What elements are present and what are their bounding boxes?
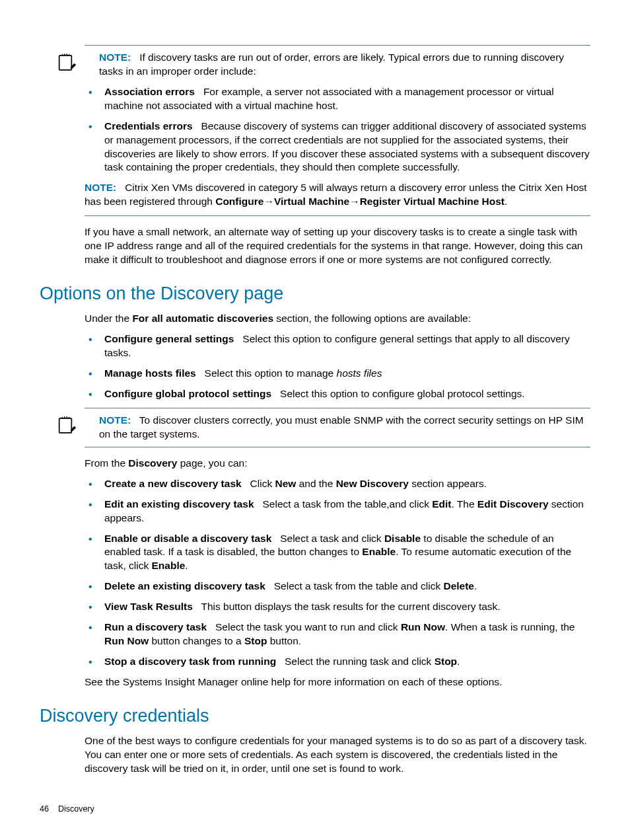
from-discovery: From the Discovery page, you can: xyxy=(85,457,590,471)
list-item: Association errors For example, a server… xyxy=(85,85,590,113)
note-block-cluster: NOTE: To discover clusters correctly, yo… xyxy=(40,414,590,441)
svg-rect-1 xyxy=(59,418,72,433)
note-top-text: If discovery tasks are run out of order,… xyxy=(99,52,564,77)
note-block-top: NOTE: If discovery tasks are run out of … xyxy=(40,51,590,79)
list-item: Delete an existing discovery task Select… xyxy=(85,580,590,593)
heading-credentials: Discovery credentials xyxy=(40,704,590,728)
list-item: Credentials errors Because discovery of … xyxy=(85,120,590,175)
list-item: View Task Results This button displays t… xyxy=(85,600,590,614)
list-item: Stop a discovery task from running Selec… xyxy=(85,655,590,669)
small-network-para: If you have a small network, an alternat… xyxy=(85,225,590,267)
actions-list: Create a new discovery task Click New an… xyxy=(85,477,590,669)
creds-para: One of the best ways to configure creden… xyxy=(85,734,590,776)
note-label: NOTE: xyxy=(99,52,131,63)
list-item: Edit an existing discovery task Select a… xyxy=(85,498,590,525)
note-icon xyxy=(54,414,77,436)
note-cluster-text: To discover clusters correctly, you must… xyxy=(99,414,584,439)
list-item: Enable or disable a discovery task Selec… xyxy=(85,532,590,574)
options-intro: Under the For all automatic discoveries … xyxy=(85,312,590,326)
note-xen: NOTE: Citrix Xen VMs discovered in categ… xyxy=(85,181,590,209)
page-footer: 46Discovery xyxy=(40,804,94,814)
note-icon xyxy=(54,51,77,73)
heading-options: Options on the Discovery page xyxy=(40,282,590,305)
error-list: Association errors For example, a server… xyxy=(85,85,590,175)
list-item: Run a discovery task Select the task you… xyxy=(85,621,590,648)
list-item: Configure global protocol settings Selec… xyxy=(85,387,590,401)
options-list: Configure general settings Select this o… xyxy=(85,332,590,401)
page-number: 46 xyxy=(40,804,49,814)
list-item: Manage hosts files Select this option to… xyxy=(85,367,590,381)
list-item: Create a new discovery task Click New an… xyxy=(85,477,590,491)
see-more: See the Systems Insight Manager online h… xyxy=(85,675,590,689)
footer-chapter: Discovery xyxy=(58,804,94,814)
list-item: Configure general settings Select this o… xyxy=(85,332,590,360)
svg-rect-0 xyxy=(59,56,72,70)
